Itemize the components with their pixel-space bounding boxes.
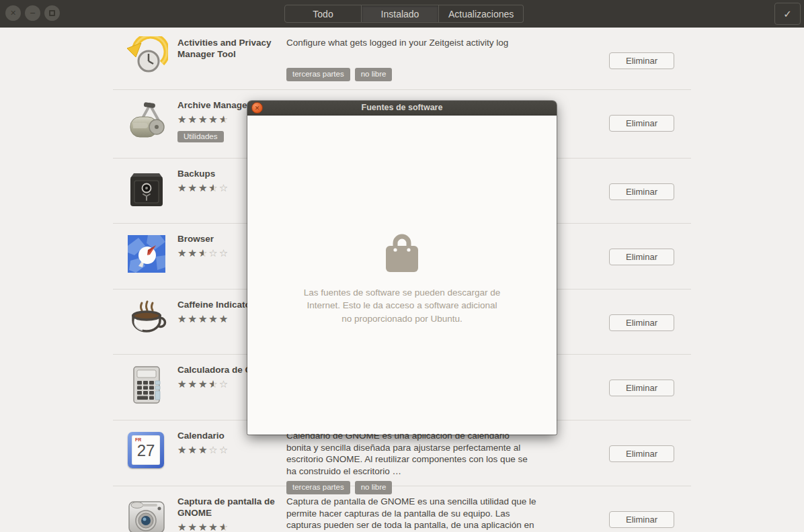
tab-actualizaciones[interactable]: Actualizaciones [439,5,524,23]
app-name: Captura de pantalla de GNOME [177,496,280,519]
coffee-cup-icon [125,298,168,341]
star-rating: ☆☆☆☆☆★★★★★ [177,115,229,125]
view-switcher: Todo Instalado Actualizaciones [284,5,524,23]
remove-button[interactable]: Eliminar [609,445,674,462]
remove-button[interactable]: Eliminar [609,52,674,69]
software-sources-dialog: ✕ Fuentes de software Las fuentes de sof… [247,101,557,435]
software-center-window: { "header": { "window_controls": { "clos… [0,0,804,532]
star-rating: ☆☆☆☆☆★★★★★ [177,445,229,455]
remove-button[interactable]: Eliminar [609,183,674,200]
dialog-titlebar[interactable]: ✕ Fuentes de software [247,101,557,116]
app-name: Activities and Privacy Manager Tool [177,38,280,60]
shopping-bag-icon [381,230,423,273]
maximize-icon [49,10,55,16]
remove-button[interactable]: Eliminar [609,115,674,132]
close-icon: ✕ [10,9,16,17]
app-description: Configure what gets logged in your Zeitg… [286,37,536,49]
calendar-icon: FR 27 [125,429,168,472]
category-badge: Utilidades [177,131,224,142]
maximize-window-button[interactable] [44,5,60,21]
list-item-activities-privacy[interactable]: Activities and Privacy Manager Tool Conf… [113,28,691,90]
tag-badge: terceras partes [286,68,350,81]
remove-button[interactable]: Eliminar [609,380,674,396]
remove-button[interactable]: Eliminar [609,249,674,265]
app-description: Captura de pantalla de GNOME es una senc… [286,496,536,532]
close-window-button[interactable]: ✕ [5,5,21,21]
dialog-title: Fuentes de software [247,101,557,115]
remove-button[interactable]: Eliminar [609,511,674,528]
calculator-icon [125,363,168,406]
window-controls: ✕ − [5,5,60,21]
list-item-captura-pantalla[interactable]: Captura de pantalla de GNOME ☆☆☆☆☆★★★★★ … [113,486,691,532]
calendar-day-label: 27 [132,441,160,460]
camera-icon [125,495,168,532]
tag-badge: no libre [355,68,393,81]
star-rating: ☆☆☆☆☆★★★★★ [177,380,229,390]
dialog-body: Las fuentes de software se pueden descar… [247,116,557,434]
app-description: Calendario de GNOME es una aplicación de… [286,430,536,478]
tab-todo[interactable]: Todo [284,5,362,23]
close-icon: ✕ [255,105,260,112]
minimize-icon: − [30,9,36,17]
header-bar: ✕ − Todo Instalado Actualizaciones ✓ [0,0,804,28]
activity-log-clock-icon [125,36,168,79]
minimize-window-button[interactable]: − [25,5,40,21]
web-compass-icon [125,232,168,275]
select-mode-button[interactable]: ✓ [774,3,801,25]
tab-instalado[interactable]: Instalado [362,5,439,23]
star-rating: ☆☆☆☆☆★★★★★ [177,249,229,259]
dialog-close-button[interactable]: ✕ [251,102,263,114]
star-rating: ☆☆☆☆☆★★★★★ [177,523,229,532]
star-rating: ☆☆☆☆☆★★★★★ [177,314,229,324]
remove-button[interactable]: Eliminar [609,314,674,331]
archive-roller-icon [125,99,168,142]
check-icon: ✓ [783,8,792,20]
safe-box-icon [125,167,168,210]
dialog-message: Las fuentes de software se pueden descar… [303,286,501,325]
star-rating: ☆☆☆☆☆★★★★★ [177,183,229,193]
